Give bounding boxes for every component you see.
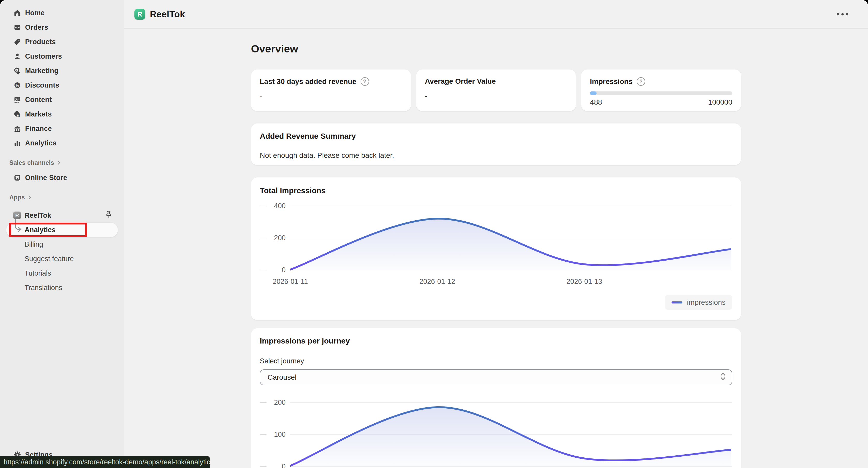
y-tick-label: 200: [267, 399, 286, 406]
markets-globe-icon: $: [13, 110, 21, 118]
main-area: R ReelTok Overview Last 30 days added re…: [124, 0, 868, 468]
legend-row: impressions: [260, 295, 732, 310]
legend-line-swatch: [672, 301, 682, 303]
metric-title: Last 30 days added revenue: [260, 77, 356, 86]
y-tick-label: 0: [267, 463, 286, 468]
reeltok-app-label: ReelTok: [25, 211, 51, 220]
reeltok-logo-icon: R: [134, 9, 145, 20]
metric-card-impressions: Impressions ? 488 100000: [581, 69, 741, 111]
total-impressions-card: Total Impressions 400 200 0: [251, 177, 741, 320]
y-tick-label: 200: [267, 234, 286, 242]
sidebar-item-content[interactable]: Content: [0, 93, 124, 107]
x-tick-label: 2026-01-11: [273, 278, 308, 286]
sidebar-item-label: Content: [25, 96, 52, 104]
sidebar-item-customers[interactable]: Customers: [0, 49, 124, 64]
y-tick-label: 400: [267, 202, 286, 210]
y-tick-label: 100: [267, 431, 286, 439]
impressions-target: 100000: [708, 98, 732, 106]
sales-channels-header[interactable]: Sales channels: [9, 157, 124, 168]
app-subitem-label: Translations: [25, 284, 62, 292]
sidebar-item-label: Home: [25, 9, 45, 17]
status-bar-url: https://admin.shopify.com/store/reeltok-…: [0, 456, 210, 468]
metric-card-average-order-value: Average Order Value -: [416, 69, 576, 111]
total-impressions-plot: 400 200 0: [260, 204, 732, 273]
select-journey-label: Select journey: [260, 357, 732, 365]
sales-channels-label: Sales channels: [9, 159, 54, 166]
kebab-menu-icon[interactable]: [834, 10, 851, 18]
x-axis-labels: 2026-01-11 2026-01-12 2026-01-13: [290, 278, 731, 287]
sidebar-item-label: Products: [25, 38, 56, 46]
sidebar-item-analytics[interactable]: Analytics: [0, 136, 124, 150]
sidebar-item-home[interactable]: Home: [0, 6, 124, 20]
app-subitem-label: Suggest feature: [25, 255, 74, 263]
marketing-target-icon: [13, 67, 21, 75]
discounts-badge-icon: %: [13, 81, 21, 89]
content-media-icon: [13, 96, 21, 104]
app-subitem-analytics-label: Analytics: [25, 226, 56, 234]
svg-text:$: $: [18, 113, 20, 118]
added-revenue-summary-card: Added Revenue Summary Not enough data. P…: [251, 124, 741, 165]
select-stepper-icon: [719, 371, 726, 384]
x-tick-label: 2026-01-13: [566, 278, 602, 286]
y-tick-label: 0: [267, 266, 286, 274]
sidebar-item-markets[interactable]: $ Markets: [0, 107, 124, 122]
sidebar-item-orders[interactable]: Orders: [0, 20, 124, 35]
metric-card-added-revenue: Last 30 days added revenue ? -: [251, 69, 411, 111]
sidebar-item-app-tutorials[interactable]: Tutorials: [0, 266, 124, 280]
reeltok-app-icon: R: [13, 211, 21, 219]
finance-bank-icon: [13, 125, 21, 133]
help-icon[interactable]: ?: [361, 77, 369, 86]
sidebar-item-label: Online Store: [25, 174, 67, 182]
sidebar-item-online-store[interactable]: Online Store: [0, 170, 124, 185]
admin-window: Home Orders Products Customers Marketing…: [0, 0, 868, 468]
page-title: Overview: [251, 43, 741, 55]
chart-card-title: Total Impressions: [260, 186, 732, 195]
journey-impressions-plot: 200 100 0: [260, 402, 732, 468]
sidebar-item-discounts[interactable]: % Discounts: [0, 78, 124, 93]
app-subitem-label: Tutorials: [25, 269, 51, 277]
impressions-per-journey-card: Impressions per journey Select journey C…: [251, 328, 741, 468]
legend-item-impressions[interactable]: impressions: [665, 295, 732, 310]
impressions-current: 488: [590, 98, 602, 106]
online-store-icon: [13, 174, 21, 181]
sidebar-item-label: Analytics: [25, 139, 57, 147]
summary-card-message: Not enough data. Please come back later.: [260, 152, 732, 160]
journey-select[interactable]: Carousel: [260, 369, 732, 386]
sidebar-item-label: Finance: [25, 125, 52, 133]
chevron-right-icon: [57, 160, 61, 166]
orders-icon: [13, 24, 21, 31]
page-content: Overview Last 30 days added revenue ? - …: [251, 43, 741, 468]
x-tick-label: 2026-01-12: [420, 278, 455, 286]
summary-card-title: Added Revenue Summary: [260, 132, 732, 140]
metrics-row: Last 30 days added revenue ? - Average O…: [251, 69, 741, 111]
sidebar-item-app-suggest-feature[interactable]: Suggest feature: [0, 252, 124, 266]
sidebar-item-label: Discounts: [25, 81, 59, 89]
impressions-progress-fill: [590, 92, 597, 95]
legend-label: impressions: [687, 298, 725, 307]
sidebar-item-finance[interactable]: Finance: [0, 122, 124, 136]
apps-header[interactable]: Apps: [9, 192, 124, 203]
pin-icon[interactable]: [104, 210, 113, 221]
sidebar-item-label: Orders: [25, 24, 48, 32]
sidebar-item-app-analytics[interactable]: Analytics: [0, 223, 124, 237]
journey-card-title: Impressions per journey: [260, 337, 732, 345]
sidebar-item-app-translations[interactable]: Translations: [0, 280, 124, 295]
app-subitem-label: Billing: [25, 240, 43, 248]
tree-elbow-arrow-icon: [11, 219, 27, 237]
help-icon[interactable]: ?: [637, 77, 645, 86]
sidebar-item-label: Markets: [25, 110, 52, 118]
chevron-right-icon: [27, 195, 32, 200]
svg-text:%: %: [16, 83, 19, 88]
sidebar-item-app-billing[interactable]: Billing: [0, 237, 124, 252]
journey-impressions-line-chart: [290, 402, 731, 468]
sidebar-item-marketing[interactable]: Marketing: [0, 64, 124, 78]
home-icon: [13, 9, 21, 17]
sidebar-item-label: Marketing: [25, 67, 58, 75]
analytics-bars-icon: [13, 139, 21, 147]
sidebar-item-label: Customers: [25, 53, 62, 61]
sidebar-item-products[interactable]: Products: [0, 35, 124, 49]
app-top-bar: R ReelTok: [124, 0, 868, 29]
metric-title: Average Order Value: [425, 77, 496, 86]
app-title: ReelTok: [150, 9, 185, 20]
journey-select-value: Carousel: [268, 373, 297, 381]
